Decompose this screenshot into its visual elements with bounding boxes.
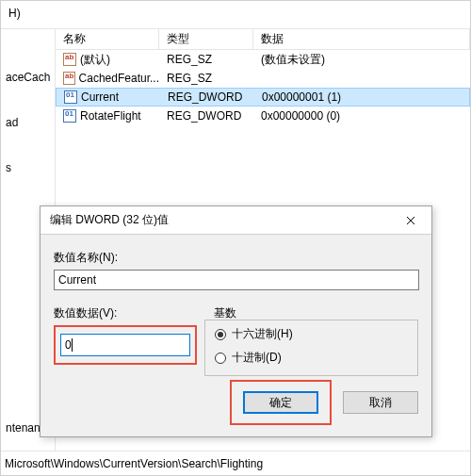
value-name: Current [81,90,119,104]
col-header-type[interactable]: 类型 [159,29,253,49]
list-row[interactable]: RotateFlight REG_DWORD 0x00000000 (0) [56,107,470,125]
value-type: REG_DWORD [160,90,254,104]
value-data-text: 0 [65,338,72,352]
name-field-value: Current [58,273,96,287]
edit-dword-dialog: 编辑 DWORD (32 位)值 数值名称(N): Current 数值数据(V… [40,205,432,437]
tree-item[interactable]: aceCach [3,67,55,88]
list-row[interactable]: CachedFeatur... REG_SZ [56,69,470,88]
radio-icon [215,329,226,340]
reg-dword-icon [63,109,76,123]
menu-item[interactable]: H) [8,7,21,20]
reg-dword-icon [64,90,77,104]
cancel-button-label: 取消 [369,395,392,411]
ok-button-label: 确定 [269,395,292,411]
reg-sz-icon [63,72,75,85]
status-path: Microsoft\Windows\CurrentVersion\Search\… [5,457,263,470]
dialog-body: 数值名称(N): Current 数值数据(V): 0 基数 十六进制(H) [41,235,431,386]
radix-group: 十六进制(H) 十进制(D) [204,320,418,376]
value-type: REG_SZ [159,72,253,85]
value-type: REG_SZ [159,53,253,66]
radio-hex[interactable]: 十六进制(H) [215,326,408,342]
value-name: CachedFeatur... [79,72,159,85]
reg-sz-icon [63,53,76,66]
col-header-data[interactable]: 数据 [253,29,470,49]
list-header: 名称 类型 数据 [56,29,470,50]
value-name: (默认) [80,52,110,68]
value-name: RotateFlight [80,109,141,123]
dialog-titlebar: 编辑 DWORD (32 位)值 [41,206,431,235]
list-row[interactable]: (默认) REG_SZ (数值未设置) [56,50,470,69]
menu-bar: H) [1,1,470,29]
name-label: 数值名称(N): [54,250,418,266]
value-data-input[interactable]: 0 [60,334,190,356]
dialog-title-text: 编辑 DWORD (32 位)值 [50,212,169,228]
value-input-highlight: 0 [54,325,197,365]
close-button[interactable] [390,206,431,235]
tree-item[interactable]: s [3,157,55,178]
radio-dec[interactable]: 十进制(D) [215,350,408,366]
close-icon [406,216,415,225]
text-caret [72,338,73,352]
cancel-button[interactable]: 取消 [343,391,418,414]
list-row[interactable]: Current REG_DWORD 0x00000001 (1) [56,88,470,107]
radio-dec-label: 十进制(D) [232,350,282,366]
value-type: REG_DWORD [159,109,253,123]
value-data: (数值未设置) [253,52,470,68]
name-field[interactable]: Current [54,270,419,290]
value-label: 数值数据(V): [54,305,204,321]
ok-highlight: 确定 [230,380,332,425]
ok-button[interactable]: 确定 [243,391,318,414]
dialog-buttons: 确定 取消 [41,380,418,425]
status-bar: Microsoft\Windows\CurrentVersion\Search\… [1,451,470,475]
radio-hex-label: 十六进制(H) [232,326,293,342]
value-data: 0x00000000 (0) [253,109,470,123]
tree-item[interactable]: ad [3,112,55,133]
value-data: 0x00000001 (1) [254,90,469,104]
radio-icon [215,353,226,364]
col-header-name[interactable]: 名称 [56,29,159,49]
